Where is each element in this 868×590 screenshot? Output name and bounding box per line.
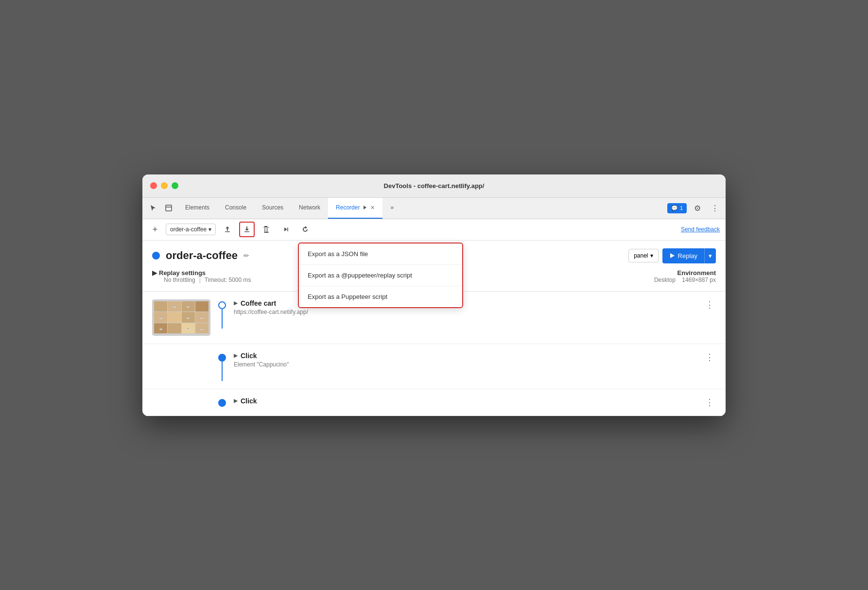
replay-button[interactable]: Replay xyxy=(662,248,704,263)
replay-settings-label[interactable]: ▶ Replay settings xyxy=(152,269,251,277)
recording-dot xyxy=(152,252,160,260)
replay-all-button[interactable] xyxy=(297,222,313,237)
step-circle xyxy=(218,354,226,362)
step-expand-icon[interactable]: ▶ xyxy=(234,353,238,358)
step-play-button[interactable] xyxy=(278,222,294,237)
replay-button-group: Replay ▾ xyxy=(662,248,716,263)
step-element: Element "Cappucino" xyxy=(234,361,695,368)
step-more-button[interactable]: ⋮ xyxy=(703,397,716,408)
tab-elements[interactable]: Elements xyxy=(177,197,217,219)
tab-sources[interactable]: Sources xyxy=(254,197,291,219)
cursor-icon[interactable] xyxy=(146,201,160,215)
settings-info: No throttling | Timeout: 5000 ms xyxy=(164,277,251,283)
gear-icon: ⚙ xyxy=(694,204,701,213)
export-puppeteer-replay-item[interactable]: Export as a @puppeteer/replay script xyxy=(299,265,462,286)
upload-icon xyxy=(224,226,231,233)
export-dropdown: Export as a JSON file Export as a @puppe… xyxy=(298,243,463,308)
tab-more[interactable]: » xyxy=(382,197,401,219)
step-content: ▶ Click Element "Cappucino" xyxy=(234,352,695,368)
svg-marker-3 xyxy=(284,227,287,231)
delete-button[interactable] xyxy=(259,222,274,237)
step-circle xyxy=(218,399,226,407)
export-json-item[interactable]: Export as a JSON file xyxy=(299,243,462,265)
step-play-icon xyxy=(282,226,290,233)
tab-console[interactable]: Console xyxy=(217,197,254,219)
step-timeline xyxy=(218,397,226,407)
step-expand-icon[interactable]: ▶ xyxy=(234,398,238,403)
recording-indicator-icon xyxy=(363,205,367,210)
feedback-badge-button[interactable]: 💬 1 xyxy=(667,203,687,213)
replay-chevron-icon: ▾ xyxy=(709,252,712,260)
header-right-controls: panel ▾ Replay ▾ xyxy=(628,248,716,263)
download-icon xyxy=(243,226,251,233)
minimize-button[interactable] xyxy=(161,182,168,189)
step-expand-icon[interactable]: ▶ xyxy=(234,300,238,306)
step-more-button[interactable]: ⋮ xyxy=(703,299,716,310)
settings-triangle-icon: ▶ xyxy=(152,269,157,277)
step-content: ▶ Click xyxy=(234,397,695,405)
title-bar: DevTools - coffee-cart.netlify.app/ xyxy=(142,174,726,198)
step-more-button[interactable]: ⋮ xyxy=(703,352,716,363)
panel-chevron-icon: ▾ xyxy=(650,252,653,259)
env-label: Environment xyxy=(654,269,716,277)
chevron-down-icon: ▾ xyxy=(208,226,211,233)
steps-list: ☕ ☕ ☕ ☕ ☕ ☕ ☕ ☕ ▶ xyxy=(142,292,726,416)
tab-network[interactable]: Network xyxy=(291,197,328,219)
window-title: DevTools - coffee-cart.netlify.app/ xyxy=(384,182,485,190)
svg-rect-0 xyxy=(166,205,172,211)
tabs-right-controls: 💬 1 ⚙ ⋮ xyxy=(667,201,722,215)
dock-icon[interactable] xyxy=(162,201,175,215)
panel-selector[interactable]: panel ▾ xyxy=(628,249,658,262)
devtools-window: DevTools - coffee-cart.netlify.app/ Elem… xyxy=(142,174,726,416)
step-circle xyxy=(218,301,226,309)
replay-dropdown-button[interactable]: ▾ xyxy=(704,248,716,263)
env-value: Desktop 1469×887 px xyxy=(654,277,716,283)
step-item: ▶ Click Element "Cappucino" ⋮ xyxy=(142,344,726,389)
recording-selector[interactable]: order-a-coffee ▾ xyxy=(166,224,216,235)
edit-title-button[interactable]: ✏ xyxy=(243,252,249,260)
recording-title: order-a-coffee xyxy=(166,249,238,262)
more-options-button[interactable]: ⋮ xyxy=(708,201,722,215)
add-recording-button[interactable]: + xyxy=(148,223,162,236)
recorder-toolbar: + order-a-coffee ▾ Send feedback Expo xyxy=(142,219,726,241)
step-timeline xyxy=(218,299,226,329)
step-title: ▶ Click xyxy=(234,352,695,360)
environment-section: Environment Desktop 1469×887 px xyxy=(654,269,716,283)
step-title: ▶ Click xyxy=(234,397,695,405)
tab-recorder[interactable]: Recorder ✕ xyxy=(328,197,382,219)
replay-icon xyxy=(301,226,309,233)
settings-button[interactable]: ⚙ xyxy=(691,201,704,215)
export-button[interactable] xyxy=(239,222,255,237)
step-url: https://coffee-cart.netlify.app/ xyxy=(234,309,695,315)
delete-icon xyxy=(263,226,270,233)
tab-close-button[interactable]: ✕ xyxy=(370,205,375,211)
maximize-button[interactable] xyxy=(172,182,178,189)
step-thumbnail: ☕ ☕ ☕ ☕ ☕ ☕ ☕ ☕ xyxy=(152,299,210,336)
svg-marker-5 xyxy=(670,253,675,258)
send-feedback-link[interactable]: Send feedback xyxy=(681,226,720,233)
play-icon xyxy=(669,253,675,259)
export-puppeteer-item[interactable]: Export as a Puppeteer script xyxy=(299,286,462,307)
upload-button[interactable] xyxy=(220,222,235,237)
svg-marker-2 xyxy=(364,206,366,209)
step-timeline xyxy=(218,352,226,381)
more-icon: ⋮ xyxy=(711,204,719,213)
traffic-lights xyxy=(150,182,178,189)
chat-icon: 💬 xyxy=(671,205,678,211)
step-item: ▶ Click ⋮ xyxy=(142,389,726,416)
replay-settings-section: ▶ Replay settings No throttling | Timeou… xyxy=(152,269,251,283)
step-line xyxy=(222,362,223,381)
devtools-tab-bar: Elements Console Sources Network Recorde… xyxy=(142,198,726,219)
step-line xyxy=(222,309,223,329)
close-button[interactable] xyxy=(150,182,157,189)
